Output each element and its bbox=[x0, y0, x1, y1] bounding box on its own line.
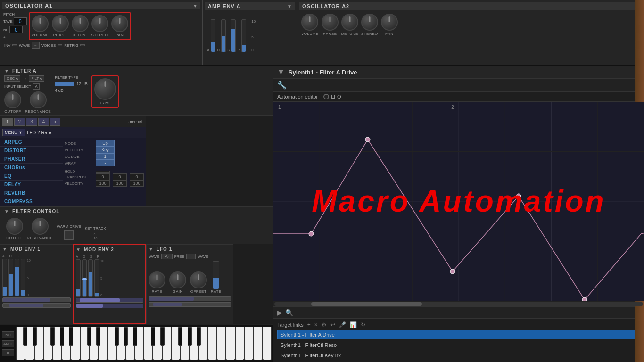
black-key-7[interactable] bbox=[96, 327, 100, 346]
collapse-arrow[interactable]: ▼ bbox=[277, 68, 285, 76]
tl-link-icon[interactable]: ⚙ bbox=[322, 321, 327, 328]
effect-arpeg[interactable]: ARPEG bbox=[0, 138, 63, 147]
white-key-24[interactable] bbox=[226, 327, 235, 360]
black-key-14[interactable] bbox=[188, 327, 192, 346]
effect-delay[interactable]: DELAY bbox=[0, 181, 63, 189]
me1-s-slider[interactable] bbox=[15, 259, 19, 296]
target-item-1[interactable]: Sylenth1 - Filter A Drive bbox=[277, 330, 640, 339]
me2-range-bar-2[interactable] bbox=[76, 304, 143, 308]
hold-value[interactable] bbox=[96, 171, 110, 173]
key-ctrl-3[interactable]: 0 bbox=[2, 349, 14, 356]
effect-eq[interactable]: EQ bbox=[0, 172, 63, 181]
octave-value[interactable]: 0 bbox=[9, 26, 23, 33]
tl-back-icon[interactable]: ↩ bbox=[330, 321, 335, 328]
effect-reverb[interactable]: REVERB bbox=[0, 189, 63, 197]
black-key-13[interactable] bbox=[178, 327, 182, 346]
black-key-15[interactable] bbox=[197, 327, 201, 346]
me1-r-slider[interactable] bbox=[21, 259, 25, 296]
me2-r-slider[interactable] bbox=[94, 259, 99, 297]
target-item-2[interactable]: Sylenth1 - FilterCtl Reso bbox=[277, 340, 640, 350]
lfo1-rate2-slider[interactable] bbox=[213, 261, 219, 289]
osc-a2-knob-pan[interactable] bbox=[381, 14, 398, 31]
black-key-6[interactable] bbox=[87, 327, 91, 346]
mode-value[interactable]: Up bbox=[96, 140, 115, 147]
voices-toggle[interactable] bbox=[58, 44, 62, 46]
zoom-icon[interactable]: 🔍 bbox=[285, 309, 293, 316]
pan-knob[interactable] bbox=[111, 15, 128, 32]
transpose-val-3[interactable]: 0 bbox=[130, 173, 144, 180]
stereo-knob[interactable] bbox=[91, 15, 108, 32]
play-icon[interactable]: ▶ bbox=[277, 309, 282, 316]
black-key-1[interactable] bbox=[23, 327, 27, 346]
volume-knob[interactable] bbox=[32, 15, 49, 32]
lfo1-arrow[interactable]: ▼ bbox=[149, 247, 154, 252]
osc-a2-knob-detune[interactable] bbox=[341, 14, 358, 31]
black-key-10[interactable] bbox=[133, 327, 137, 346]
retrig-toggle[interactable] bbox=[80, 44, 85, 46]
drive-knob[interactable] bbox=[94, 78, 116, 100]
octave-param-value[interactable]: 1 bbox=[96, 153, 115, 160]
fc-cutoff[interactable] bbox=[6, 218, 23, 235]
lfo1-offset[interactable] bbox=[190, 272, 207, 288]
amp-s-slider[interactable] bbox=[231, 19, 236, 52]
warm-drive-toggle[interactable] bbox=[64, 230, 74, 240]
target-item-3[interactable]: Sylenth1 - FilterCtl KeyTrk bbox=[277, 351, 640, 360]
lfo-radio[interactable] bbox=[323, 94, 329, 99]
white-key-28[interactable] bbox=[263, 327, 272, 360]
effects-tab-dot[interactable]: • bbox=[50, 118, 60, 126]
wrap-value[interactable]: - bbox=[96, 160, 115, 166]
velocity-value[interactable]: Key bbox=[96, 147, 115, 153]
amp-r-slider[interactable] bbox=[241, 19, 246, 52]
black-key-4[interactable] bbox=[60, 327, 64, 346]
effect-phaser[interactable]: PHASER bbox=[0, 155, 63, 164]
black-key-9[interactable] bbox=[124, 327, 128, 346]
auto-scrollbar[interactable] bbox=[273, 301, 644, 306]
scroll-thumb[interactable] bbox=[311, 302, 422, 306]
effects-tab-3[interactable]: 3 bbox=[26, 118, 37, 126]
me1-a-slider[interactable] bbox=[2, 259, 7, 296]
inv-toggle[interactable] bbox=[12, 44, 17, 46]
tl-remove-icon[interactable]: × bbox=[314, 321, 318, 328]
effect-compress[interactable]: COMPReSS bbox=[0, 197, 63, 206]
input-select-box[interactable]: A bbox=[33, 83, 39, 90]
filter-type-bar[interactable] bbox=[55, 82, 74, 86]
black-key-8[interactable] bbox=[115, 327, 119, 346]
black-key-12[interactable] bbox=[160, 327, 165, 346]
effect-distort[interactable]: DISTORT bbox=[0, 147, 63, 155]
fc-resonance[interactable] bbox=[32, 218, 49, 235]
phase-knob[interactable] bbox=[52, 15, 69, 32]
lfo-option[interactable]: LFO bbox=[323, 94, 341, 99]
lfo1-rate[interactable] bbox=[149, 272, 165, 288]
velocity2-val-3[interactable]: 100 bbox=[130, 180, 144, 187]
amp-d-slider[interactable] bbox=[221, 19, 226, 52]
velocity2-val-1[interactable]: 100 bbox=[96, 180, 110, 187]
scroll-track[interactable] bbox=[274, 302, 643, 306]
osc-a2-knob-stereo[interactable] bbox=[361, 14, 378, 31]
lfo1-range-bar-2[interactable] bbox=[149, 302, 231, 307]
white-key-25[interactable] bbox=[235, 327, 244, 360]
osc-a2-knob-vol[interactable] bbox=[301, 14, 318, 31]
amp-env-dropdown[interactable]: ▼ bbox=[287, 4, 292, 9]
me2-a-slider[interactable] bbox=[76, 259, 81, 297]
transpose-val-2[interactable]: 0 bbox=[113, 173, 127, 180]
wrench-icon[interactable]: 🔧 bbox=[277, 81, 287, 90]
effects-tab-2[interactable]: 2 bbox=[14, 118, 25, 126]
osc-a1-dropdown[interactable]: ▼ bbox=[193, 3, 198, 8]
fc-arrow[interactable]: ▼ bbox=[4, 209, 9, 214]
velocity2-val-2[interactable]: 100 bbox=[113, 180, 127, 187]
white-key-27[interactable] bbox=[253, 327, 262, 360]
filter-cutoff[interactable] bbox=[4, 91, 21, 108]
transpose-val-1[interactable]: 0 bbox=[96, 173, 110, 180]
pitch-value[interactable]: 0 bbox=[14, 17, 27, 25]
white-key-26[interactable] bbox=[244, 327, 253, 360]
key-ctrl-2[interactable]: ANGE bbox=[2, 340, 14, 347]
filter-a-arrow[interactable]: ▼ bbox=[4, 68, 9, 74]
amp-a-slider[interactable] bbox=[211, 19, 215, 52]
me1-range-bar-1[interactable] bbox=[2, 297, 71, 302]
me1-arrow[interactable]: ▼ bbox=[2, 247, 8, 252]
tl-chart-icon[interactable]: 📊 bbox=[350, 321, 357, 328]
osc-a2-knob-phase[interactable] bbox=[322, 14, 339, 31]
white-key-22[interactable] bbox=[208, 327, 217, 360]
me2-range-bar-1[interactable] bbox=[76, 298, 143, 303]
key-ctrl-1[interactable]: ND bbox=[2, 331, 14, 338]
